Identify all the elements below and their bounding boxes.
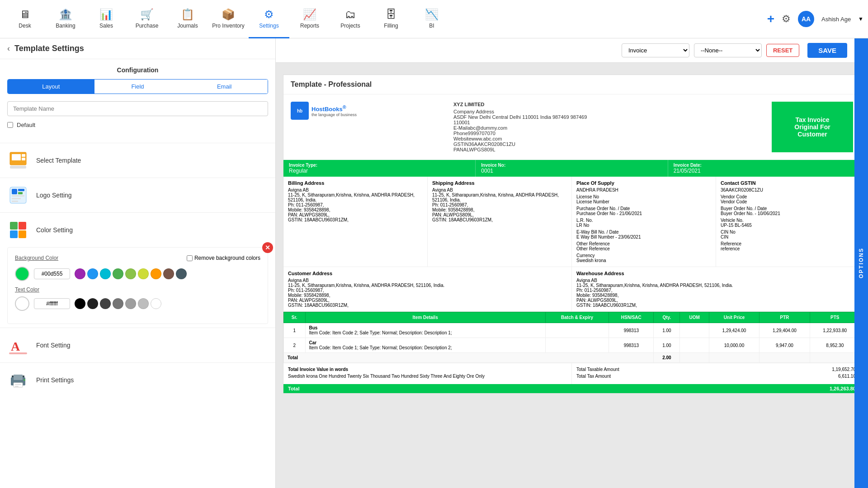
reset-button[interactable]: RESET — [766, 44, 799, 57]
swatch-purple[interactable] — [75, 268, 85, 279]
buyer-order-val: Buyer Order No. - 10/06/2021 — [721, 211, 856, 216]
invoice-preview: Template - Professional hb HostBooks® th… — [283, 75, 861, 394]
swatch-lime[interactable] — [138, 268, 149, 279]
nav-filling[interactable]: 🗄 Filling — [371, 0, 411, 38]
place-of-supply-cell: Place Of Supply ANDHRA PRADESH License N… — [572, 177, 716, 267]
left-panel: ‹ Template Settings Configuration Layout… — [0, 38, 276, 488]
reference-label: Reference — [721, 241, 856, 246]
svg-rect-3 — [22, 158, 25, 160]
swatch-green[interactable] — [113, 268, 123, 279]
nav-reports[interactable]: 📈 Reports — [289, 0, 330, 38]
bg-color-label: Background Color — [15, 255, 60, 261]
billing-name: Avigna AB — [288, 188, 423, 192]
nav-banking[interactable]: 🏦 Banking — [45, 0, 86, 38]
tax-invoice-line2: Original For Customer — [779, 123, 846, 138]
swatch-cyan[interactable] — [100, 268, 111, 279]
table-row: 1 BusItem Code: Item Code 2; Sale Type: … — [284, 323, 860, 338]
bg-active-swatch[interactable] — [15, 267, 29, 281]
swatch-orange[interactable] — [151, 268, 161, 279]
tax-amount-row: Total Tax Amount 6,611.10 — [576, 374, 856, 379]
nav-pro-inventory[interactable]: 📦 Pro Inventory — [208, 0, 249, 38]
nav-projects[interactable]: 🗂 Projects — [330, 0, 371, 38]
td-unit-price: 10,000.00 — [709, 338, 759, 353]
options-label: OPTIONS — [858, 248, 864, 278]
nav-desk[interactable]: 🖥 Desk — [5, 0, 45, 38]
swatch-brown[interactable] — [163, 268, 174, 279]
add-button[interactable]: + — [767, 12, 774, 26]
bg-hex-input[interactable] — [34, 268, 70, 279]
tab-email[interactable]: Email — [181, 80, 268, 94]
color-setting-item[interactable]: Color Setting — [0, 212, 275, 247]
svg-rect-6 — [12, 189, 17, 194]
svg-rect-4 — [10, 166, 26, 169]
invoice-type-label: Invoice Type: — [289, 163, 470, 168]
swatch-light-green[interactable] — [125, 268, 136, 279]
remove-bg-checkbox[interactable] — [187, 255, 193, 261]
text-swatch-black[interactable] — [75, 298, 85, 309]
select-template-item[interactable]: Select Template — [0, 143, 275, 178]
warehouse-ph: Ph: 011-2560987, — [576, 288, 856, 293]
logo-setting-item[interactable]: Logo Setting — [0, 178, 275, 212]
text-swatch-grey3[interactable] — [138, 298, 149, 309]
right-panel: Invoice --None-- RESET SAVE Template - P… — [276, 38, 868, 488]
bg-color-controls — [15, 267, 260, 281]
svg-rect-12 — [10, 222, 18, 230]
save-button[interactable]: SAVE — [807, 43, 847, 58]
svg-rect-2 — [22, 154, 25, 157]
swatch-blue-grey[interactable] — [176, 268, 187, 279]
nav-purchase[interactable]: 🛒 Purchase — [127, 0, 167, 38]
vehicle-label: Vehicle No. — [721, 218, 856, 223]
template-name-input[interactable] — [7, 101, 268, 116]
billing-ph: Ph: 011-2560987, — [288, 202, 423, 207]
taxable-amount-row: Total Taxable Amount 1,19,652.70 — [576, 367, 856, 372]
cin-row: CIN No CIN — [721, 230, 856, 239]
buyer-order-label: Buyer Order No. / Date — [721, 206, 856, 211]
td-ptr: 1,29,404.00 — [760, 323, 810, 338]
text-swatch-dark1[interactable] — [87, 298, 98, 309]
nav-settings[interactable]: ⚙ Settings — [249, 0, 289, 38]
license-number-row: License Number — [576, 199, 711, 204]
warehouse-pan: PAN: ALWPGS809L, — [576, 298, 856, 303]
contact-gstin-cell: Contact GSTIN 36AAKCR0208C1ZU Vendor Cod… — [716, 177, 860, 267]
text-swatch-grey1[interactable] — [113, 298, 123, 309]
vehicle-val: UP-15 BL-5465 — [721, 223, 856, 228]
color-setting-close-button[interactable]: ✕ — [262, 242, 273, 253]
shipping-addr: 11-25, K, Sitharapuram,Krishna, Krishna,… — [432, 192, 567, 202]
color-setting-label: Color Setting — [36, 226, 73, 234]
username[interactable]: Ashish Age — [821, 16, 851, 23]
back-arrow-icon[interactable]: ‹ — [7, 44, 10, 53]
svg-rect-11 — [12, 201, 18, 202]
th-sr: Sr. — [284, 312, 306, 323]
customer-addr-title: Customer Address — [288, 271, 567, 276]
tab-field[interactable]: Field — [94, 80, 181, 94]
font-setting-item[interactable]: A Font Setting — [0, 328, 275, 362]
td-sr: 1 — [284, 323, 306, 338]
logo-tagline: the language of business — [311, 113, 357, 117]
taxable-amount-label: Total Taxable Amount — [576, 367, 619, 372]
type-filter-select[interactable]: Invoice — [622, 43, 689, 57]
text-active-swatch[interactable] — [15, 296, 29, 311]
print-settings-item[interactable]: Print Settings — [0, 362, 275, 397]
other-ref-row: Other Reference Other Reference — [576, 241, 711, 251]
taxable-amount-val: 1,19,652.70 — [832, 367, 856, 372]
svg-rect-19 — [14, 375, 23, 380]
swatch-blue[interactable] — [87, 268, 98, 279]
nav-bi[interactable]: 📉 BI — [411, 0, 452, 38]
bg-color-row: Background Color Remove background color… — [15, 255, 260, 261]
invoice-no-value: 0001 — [481, 168, 662, 174]
svg-rect-13 — [19, 222, 26, 230]
text-swatch-dark2[interactable] — [100, 298, 111, 309]
text-swatch-grey2[interactable] — [125, 298, 136, 309]
tab-layout[interactable]: Layout — [8, 80, 94, 94]
projects-icon: 🗂 — [345, 8, 356, 21]
nav-sales[interactable]: 📊 Sales — [86, 0, 127, 38]
options-sidebar: OPTIONS — [854, 38, 868, 488]
gear-icon[interactable]: ⚙ — [782, 13, 791, 25]
none-filter-select[interactable]: --None-- — [694, 43, 762, 57]
nav-journals[interactable]: 📋 Journals — [167, 0, 208, 38]
text-hex-input[interactable] — [34, 298, 70, 309]
company-gstin: GSTIN36AAKCR0208C1ZU — [453, 141, 764, 147]
text-color-controls — [15, 296, 260, 311]
text-swatch-white[interactable] — [151, 298, 161, 309]
default-checkbox[interactable] — [7, 122, 13, 128]
